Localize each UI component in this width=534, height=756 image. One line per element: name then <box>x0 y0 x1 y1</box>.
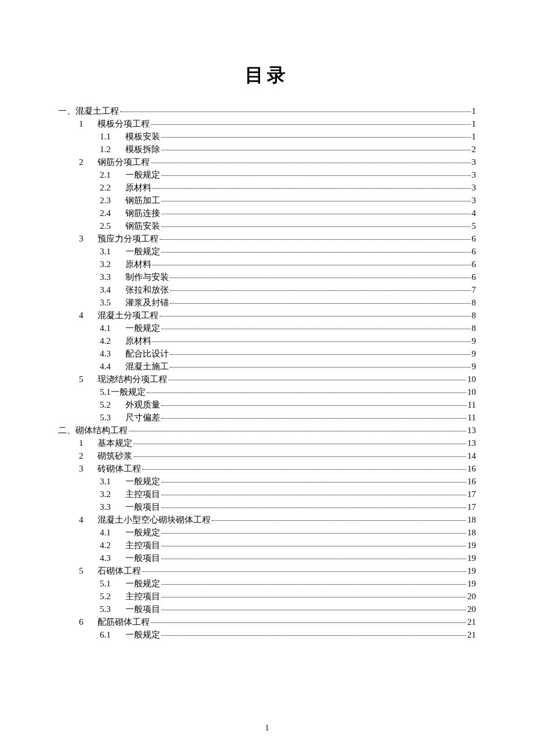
toc-leader-dots <box>153 341 471 342</box>
toc-entry-label: 2.2 原材料 <box>100 183 151 192</box>
toc-entry-page: 3 <box>472 158 477 167</box>
toc-entry-text: 混凝土分项工程 <box>98 311 158 320</box>
toc-entry: 1 基本规定13 <box>58 437 476 449</box>
toc-entry: 4.3 配合比设计9 <box>58 347 476 360</box>
toc-leader-dots <box>161 175 471 176</box>
toc-entry-page: 1 <box>472 132 477 141</box>
toc-entry-number: 1.1 <box>100 132 123 141</box>
toc-entry-text: 砖砌体工程 <box>98 464 141 473</box>
toc-entry-number: 4.2 <box>100 337 123 345</box>
toc-entry-number: 3.4 <box>100 286 123 294</box>
toc-entry-label: 2.4 钢筋连接 <box>100 209 160 218</box>
toc-leader-dots <box>161 150 471 150</box>
toc-entry-text: 模板分项工程 <box>98 119 150 128</box>
toc-entry-page: 3 <box>472 183 477 192</box>
toc-leader-dots <box>161 482 466 483</box>
toc-leader-dots <box>161 495 466 495</box>
toc-entry-page: 1 <box>472 107 477 116</box>
toc-entry-page: 7 <box>472 286 477 294</box>
toc-entry-text: 张拉和放张 <box>125 285 169 294</box>
toc-entry-page: 13 <box>467 439 476 448</box>
toc-entry-page: 9 <box>472 337 477 345</box>
toc-entry-number: 4.1 <box>100 324 123 333</box>
toc-entry: 4 混凝土小型空心砌块砌体工程18 <box>58 513 476 526</box>
toc-leader-dots <box>170 367 471 368</box>
toc-entry-number: 1.2 <box>100 145 123 154</box>
toc-entry-label: 2.1 一般规定 <box>100 171 160 179</box>
toc-entry-text: 模板安装 <box>125 132 160 141</box>
toc-entry-label: 4.3 一般项目 <box>100 554 160 563</box>
toc-entry: 二、砌体结构工程13 <box>58 424 476 437</box>
toc-entry-number: 5.1 <box>100 388 111 397</box>
toc-entry: 3.3 一般项目17 <box>58 501 476 513</box>
toc-entry-text: 混凝土施工 <box>125 362 169 371</box>
toc-leader-dots <box>212 520 466 521</box>
toc-entry-page: 4 <box>472 209 477 218</box>
toc-entry-number: 2.5 <box>100 222 123 231</box>
toc-entry-text: 配合比设计 <box>125 349 169 358</box>
toc-leader-dots <box>134 444 466 444</box>
toc-entry-number: 5.3 <box>100 413 123 422</box>
toc-entry-label: 4.1 一般规定 <box>100 324 160 333</box>
toc-entry: 2 砌筑砂浆14 <box>58 449 476 462</box>
toc-entry-page: 19 <box>467 567 476 575</box>
toc-entry-label: 一、混凝土工程 <box>58 107 119 116</box>
table-of-contents: 一、混凝土工程11 模板分项工程11.1 模板安装11.2 模板拆除22 钢筋分… <box>58 105 476 641</box>
toc-entry-text: 钢筋加工 <box>125 196 160 205</box>
toc-entry-number: 4 <box>79 311 95 320</box>
toc-entry-label: 3.3 制作与安装 <box>100 273 169 282</box>
toc-entry-text: 模板拆除 <box>125 145 160 154</box>
toc-entry-number: 1 <box>79 120 95 128</box>
toc-entry-text: 一般规定 <box>125 579 160 588</box>
toc-leader-dots <box>168 380 466 380</box>
toc-entry-page: 11 <box>468 401 476 409</box>
toc-entry-page: 10 <box>467 375 476 384</box>
toc-leader-dots <box>161 533 466 534</box>
toc-entry-text: 钢筋安装 <box>125 221 160 231</box>
toc-leader-dots <box>161 252 471 253</box>
toc-entry: 5.2 外观质量11 <box>58 398 476 411</box>
toc-entry-text: 一般项目 <box>125 553 160 563</box>
toc-entry-label: 3.1 一般规定 <box>100 247 160 256</box>
toc-entry-page: 19 <box>467 541 476 550</box>
toc-entry-label: 二、砌体结构工程 <box>58 426 128 435</box>
toc-entry-page: 17 <box>467 490 476 499</box>
toc-leader-dots <box>170 278 471 278</box>
toc-entry-page: 8 <box>472 324 477 333</box>
toc-entry-page: 6 <box>472 235 477 243</box>
toc-entry-text: 基本规定 <box>98 438 132 448</box>
toc-entry-number: 4 <box>79 516 95 524</box>
toc-entry: 6 配筋砌体工程21 <box>58 615 476 628</box>
toc-entry: 4 混凝土分项工程8 <box>58 309 476 322</box>
toc-entry: 2.5 钢筋安装5 <box>58 219 476 232</box>
toc-entry-label: 3.5 灌浆及封锚 <box>100 298 169 307</box>
toc-entry-label: 3.4 张拉和放张 <box>100 286 169 294</box>
toc-entry-label: 3 预应力分项工程 <box>79 235 158 243</box>
toc-entry: 6.1 一般规定21 <box>58 628 476 641</box>
toc-entry: 1.1 模板安装1 <box>58 130 476 143</box>
toc-leader-dots <box>134 456 466 457</box>
toc-entry-number: 4.3 <box>100 554 123 563</box>
toc-entry-label: 4.2 原材料 <box>100 337 151 345</box>
toc-entry-label: 3.1 一般规定 <box>100 477 160 486</box>
toc-entry-page: 16 <box>467 465 476 473</box>
toc-entry-label: 5.2 外观质量 <box>100 401 160 409</box>
toc-leader-dots <box>161 226 471 227</box>
toc-leader-dots <box>153 265 471 265</box>
toc-leader-dots <box>161 418 467 419</box>
toc-entry: 1 模板分项工程1 <box>58 117 476 130</box>
toc-entry-text: 灌浆及封锚 <box>125 298 169 307</box>
toc-entry-text: 一般项目 <box>125 502 160 512</box>
toc-entry-text: 一般规定 <box>111 387 146 397</box>
toc-entry-text: 现浇结构分项工程 <box>98 375 167 384</box>
toc-entry-text: 主控项目 <box>125 489 160 499</box>
toc-entry: 5 现浇结构分项工程10 <box>58 373 476 386</box>
toc-entry-page: 9 <box>472 350 477 358</box>
toc-leader-dots <box>170 354 471 355</box>
toc-entry-text: 原材料 <box>125 260 151 269</box>
toc-entry-page: 10 <box>467 388 476 397</box>
toc-entry-number: 3 <box>79 465 95 473</box>
toc-leader-dots <box>142 571 466 572</box>
toc-entry-number: 5.1 <box>100 579 123 588</box>
toc-entry-page: 13 <box>467 426 476 435</box>
